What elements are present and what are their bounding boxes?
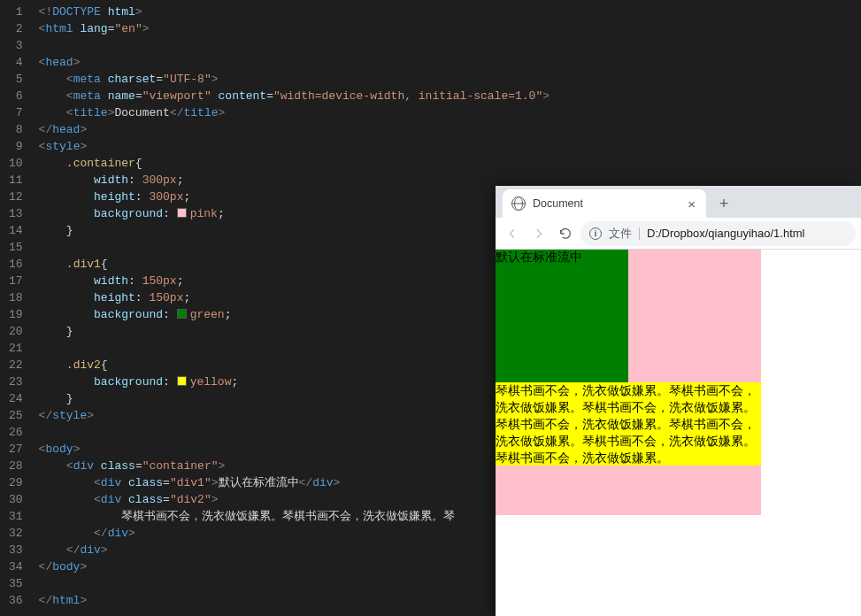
info-icon: i xyxy=(589,227,602,240)
preview-container: 默认在标准流中 琴棋书画不会，洗衣做饭嫌累。琴棋书画不会，洗衣做饭嫌累。琴棋书画… xyxy=(496,250,761,515)
code-line[interactable]: .container{ xyxy=(39,155,861,172)
url-path: D:/Dropbox/qianguyihao/1.html xyxy=(647,227,805,240)
code-line[interactable]: <html lang="en"> xyxy=(39,20,861,37)
color-swatch-icon xyxy=(177,376,187,386)
new-tab-button[interactable]: + xyxy=(711,191,736,216)
forward-button[interactable] xyxy=(527,222,550,245)
code-line[interactable]: <head> xyxy=(39,54,861,71)
color-swatch-icon xyxy=(177,208,187,218)
browser-window: Document × + i 文件 D:/Dropbox/qianguyihao… xyxy=(496,186,861,616)
arrow-right-icon xyxy=(532,227,546,241)
code-line[interactable]: </head> xyxy=(39,121,861,138)
reload-icon xyxy=(558,227,573,241)
globe-icon xyxy=(511,196,526,211)
address-bar[interactable]: i 文件 D:/Dropbox/qianguyihao/1.html xyxy=(580,221,856,246)
line-number-gutter: 1234567891011121314151617181920212223242… xyxy=(0,0,39,616)
back-button[interactable] xyxy=(501,222,524,245)
code-line[interactable]: <meta name="viewport" content="width=dev… xyxy=(39,88,861,104)
browser-viewport: 默认在标准流中 琴棋书画不会，洗衣做饭嫌累。琴棋书画不会，洗衣做饭嫌累。琴棋书画… xyxy=(496,250,861,515)
code-line[interactable]: <style> xyxy=(39,138,861,155)
color-swatch-icon xyxy=(177,309,187,319)
browser-toolbar: i 文件 D:/Dropbox/qianguyihao/1.html xyxy=(496,218,861,250)
separator xyxy=(639,227,640,240)
reload-button[interactable] xyxy=(554,222,577,245)
arrow-left-icon xyxy=(505,227,519,241)
browser-tab[interactable]: Document × xyxy=(503,189,706,218)
preview-div1: 默认在标准流中 xyxy=(496,250,628,382)
tab-title: Document xyxy=(533,197,679,210)
code-line[interactable]: <meta charset="UTF-8"> xyxy=(39,71,861,88)
code-line[interactable]: <title>Document</title> xyxy=(39,104,861,121)
code-line[interactable] xyxy=(39,37,861,54)
code-line[interactable]: <!DOCTYPE html> xyxy=(39,4,861,20)
url-scheme-label: 文件 xyxy=(609,226,632,242)
close-icon[interactable]: × xyxy=(686,196,697,212)
browser-tabstrip: Document × + xyxy=(496,186,861,218)
preview-div2: 琴棋书画不会，洗衣做饭嫌累。琴棋书画不会，洗衣做饭嫌累。琴棋书画不会，洗衣做饭嫌… xyxy=(496,382,761,466)
